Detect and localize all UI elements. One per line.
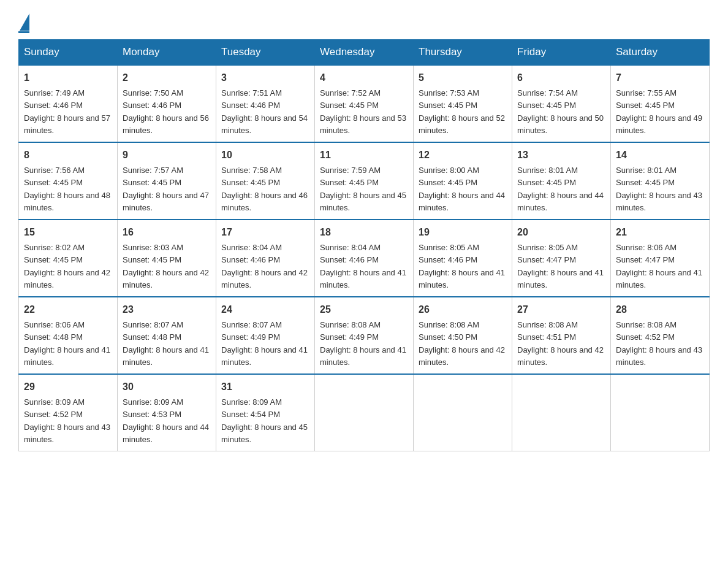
day-cell: 30 Sunrise: 8:09 AMSunset: 4:53 PMDaylig… [118,374,216,451]
day-cell: 17 Sunrise: 8:04 AMSunset: 4:46 PMDaylig… [216,220,315,297]
day-info: Sunrise: 7:58 AMSunset: 4:45 PMDaylight:… [221,166,308,212]
day-info: Sunrise: 7:51 AMSunset: 4:46 PMDaylight:… [221,88,308,135]
day-number: 31 [221,380,309,394]
day-info: Sunrise: 8:08 AMSunset: 4:49 PMDaylight:… [320,320,406,367]
day-cell: 19 Sunrise: 8:05 AMSunset: 4:46 PMDaylig… [414,220,512,297]
day-number: 3 [221,71,309,85]
day-number: 9 [123,148,211,163]
day-cell: 31 Sunrise: 8:09 AMSunset: 4:54 PMDaylig… [216,374,315,451]
day-number: 2 [123,71,211,85]
logo-triangle-icon [20,13,29,31]
day-info: Sunrise: 8:01 AMSunset: 4:45 PMDaylight:… [616,166,702,212]
day-info: Sunrise: 7:57 AMSunset: 4:45 PMDaylight:… [123,166,209,212]
day-number: 7 [616,71,704,85]
day-cell: 8 Sunrise: 7:56 AMSunset: 4:45 PMDayligh… [19,142,118,220]
weekday-header-thursday: Thursday [414,40,512,66]
day-info: Sunrise: 8:04 AMSunset: 4:46 PMDaylight:… [320,243,406,289]
day-info: Sunrise: 8:05 AMSunset: 4:47 PMDaylight:… [517,243,604,289]
day-number: 4 [320,71,408,85]
day-cell: 20 Sunrise: 8:05 AMSunset: 4:47 PMDaylig… [512,220,611,297]
day-cell [611,374,710,451]
day-cell: 15 Sunrise: 8:02 AMSunset: 4:45 PMDaylig… [19,220,118,297]
day-info: Sunrise: 8:03 AMSunset: 4:45 PMDaylight:… [123,243,209,289]
day-cell: 28 Sunrise: 8:08 AMSunset: 4:52 PMDaylig… [611,297,710,374]
day-cell: 16 Sunrise: 8:03 AMSunset: 4:45 PMDaylig… [118,220,216,297]
day-number: 12 [419,148,507,163]
day-cell: 1 Sunrise: 7:49 AMSunset: 4:46 PMDayligh… [19,65,118,142]
day-number: 30 [123,380,211,394]
day-info: Sunrise: 8:05 AMSunset: 4:46 PMDaylight:… [419,243,505,289]
day-info: Sunrise: 8:07 AMSunset: 4:48 PMDaylight:… [123,320,209,367]
day-info: Sunrise: 8:09 AMSunset: 4:53 PMDaylight:… [123,397,209,444]
day-info: Sunrise: 7:50 AMSunset: 4:46 PMDaylight:… [123,88,209,135]
day-cell: 27 Sunrise: 8:08 AMSunset: 4:51 PMDaylig… [512,297,611,374]
day-number: 6 [517,71,605,85]
day-info: Sunrise: 7:59 AMSunset: 4:45 PMDaylight:… [320,166,406,212]
week-row-2: 8 Sunrise: 7:56 AMSunset: 4:45 PMDayligh… [19,142,710,220]
day-info: Sunrise: 8:06 AMSunset: 4:47 PMDaylight:… [616,243,702,289]
weekday-header-sunday: Sunday [19,40,118,66]
logo-underline [18,31,29,33]
day-cell [315,374,414,451]
weekday-header-wednesday: Wednesday [315,40,414,66]
weekday-header-monday: Monday [118,40,216,66]
week-row-3: 15 Sunrise: 8:02 AMSunset: 4:45 PMDaylig… [19,220,710,297]
day-cell: 3 Sunrise: 7:51 AMSunset: 4:46 PMDayligh… [216,65,315,142]
week-row-5: 29 Sunrise: 8:09 AMSunset: 4:52 PMDaylig… [19,374,710,451]
week-row-1: 1 Sunrise: 7:49 AMSunset: 4:46 PMDayligh… [19,65,710,142]
day-info: Sunrise: 8:08 AMSunset: 4:51 PMDaylight:… [517,320,604,367]
day-number: 8 [24,148,112,163]
day-info: Sunrise: 7:52 AMSunset: 4:45 PMDaylight:… [320,88,406,135]
day-number: 11 [320,148,408,163]
weekday-header-row: SundayMondayTuesdayWednesdayThursdayFrid… [19,40,710,66]
day-info: Sunrise: 8:06 AMSunset: 4:48 PMDaylight:… [24,320,110,367]
day-cell: 24 Sunrise: 8:07 AMSunset: 4:49 PMDaylig… [216,297,315,374]
day-cell: 11 Sunrise: 7:59 AMSunset: 4:45 PMDaylig… [315,142,414,220]
day-number: 10 [221,148,309,163]
day-number: 27 [517,302,605,317]
day-info: Sunrise: 8:00 AMSunset: 4:45 PMDaylight:… [419,166,505,212]
day-info: Sunrise: 8:01 AMSunset: 4:45 PMDaylight:… [517,166,604,212]
day-cell: 12 Sunrise: 8:00 AMSunset: 4:45 PMDaylig… [414,142,512,220]
day-info: Sunrise: 8:09 AMSunset: 4:54 PMDaylight:… [221,397,308,444]
logo [18,12,29,33]
day-number: 24 [221,302,309,317]
day-cell: 2 Sunrise: 7:50 AMSunset: 4:46 PMDayligh… [118,65,216,142]
day-cell: 23 Sunrise: 8:07 AMSunset: 4:48 PMDaylig… [118,297,216,374]
day-number: 25 [320,302,408,317]
day-info: Sunrise: 8:09 AMSunset: 4:52 PMDaylight:… [24,397,110,444]
day-cell: 25 Sunrise: 8:08 AMSunset: 4:49 PMDaylig… [315,297,414,374]
day-cell [512,374,611,451]
day-number: 15 [24,225,112,240]
day-number: 29 [24,380,112,394]
day-cell: 7 Sunrise: 7:55 AMSunset: 4:45 PMDayligh… [611,65,710,142]
day-number: 22 [24,302,112,317]
day-cell: 13 Sunrise: 8:01 AMSunset: 4:45 PMDaylig… [512,142,611,220]
day-info: Sunrise: 8:02 AMSunset: 4:45 PMDaylight:… [24,243,110,289]
weekday-header-saturday: Saturday [611,40,710,66]
day-info: Sunrise: 8:07 AMSunset: 4:49 PMDaylight:… [221,320,308,367]
calendar-table: SundayMondayTuesdayWednesdayThursdayFrid… [18,39,710,451]
day-number: 13 [517,148,605,163]
day-cell: 29 Sunrise: 8:09 AMSunset: 4:52 PMDaylig… [19,374,118,451]
day-number: 21 [616,225,704,240]
day-number: 5 [419,71,507,85]
day-cell: 4 Sunrise: 7:52 AMSunset: 4:45 PMDayligh… [315,65,414,142]
page-header [18,12,710,33]
day-cell: 18 Sunrise: 8:04 AMSunset: 4:46 PMDaylig… [315,220,414,297]
day-number: 23 [123,302,211,317]
day-info: Sunrise: 8:08 AMSunset: 4:52 PMDaylight:… [616,320,702,367]
day-cell: 5 Sunrise: 7:53 AMSunset: 4:45 PMDayligh… [414,65,512,142]
day-info: Sunrise: 7:53 AMSunset: 4:45 PMDaylight:… [419,88,505,135]
day-cell: 10 Sunrise: 7:58 AMSunset: 4:45 PMDaylig… [216,142,315,220]
weekday-header-friday: Friday [512,40,611,66]
weekday-header-tuesday: Tuesday [216,40,315,66]
week-row-4: 22 Sunrise: 8:06 AMSunset: 4:48 PMDaylig… [19,297,710,374]
day-info: Sunrise: 7:56 AMSunset: 4:45 PMDaylight:… [24,166,110,212]
day-cell [414,374,512,451]
day-number: 20 [517,225,605,240]
day-info: Sunrise: 8:08 AMSunset: 4:50 PMDaylight:… [419,320,505,367]
day-number: 28 [616,302,704,317]
day-number: 17 [221,225,309,240]
day-number: 19 [419,225,507,240]
